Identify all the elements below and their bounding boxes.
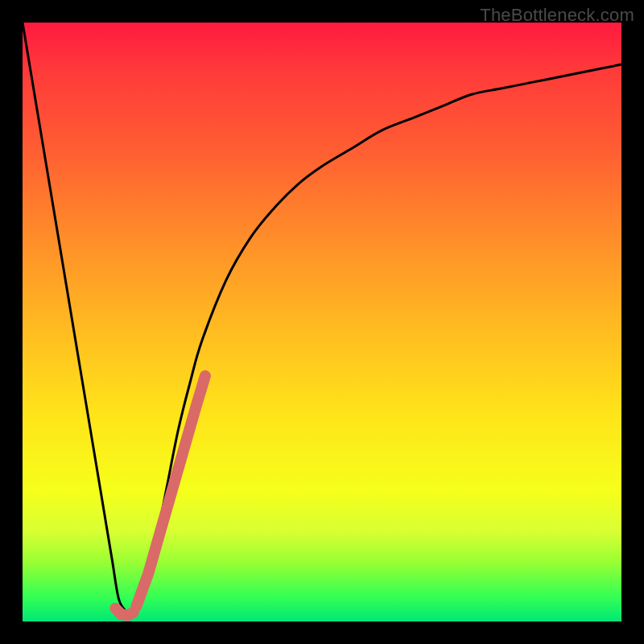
highlight-bottom-segment (115, 609, 133, 616)
plot-area (23, 23, 621, 621)
chart-svg (23, 23, 621, 621)
main-curve (23, 23, 621, 616)
chart-frame: TheBottleneck.com (0, 0, 644, 644)
highlight-segment (136, 376, 205, 606)
